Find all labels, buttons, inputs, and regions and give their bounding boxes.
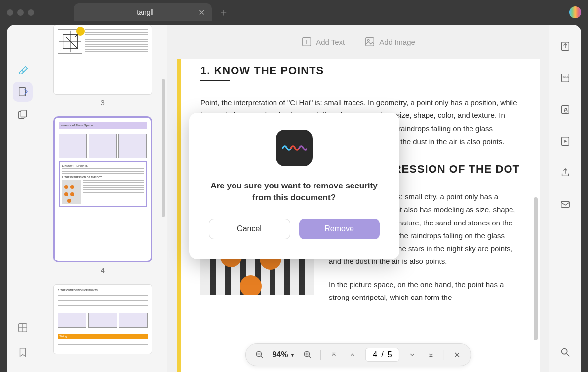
remove-button[interactable]: Remove (299, 219, 380, 239)
cancel-button[interactable]: Cancel (209, 219, 290, 239)
modal-backdrop: Are you sure you want to remove security… (0, 0, 588, 372)
dialog-message: Are you sure you want to remove security… (209, 180, 380, 204)
app-logo-icon (276, 130, 313, 166)
confirm-dialog: Are you sure you want to remove security… (189, 113, 399, 259)
